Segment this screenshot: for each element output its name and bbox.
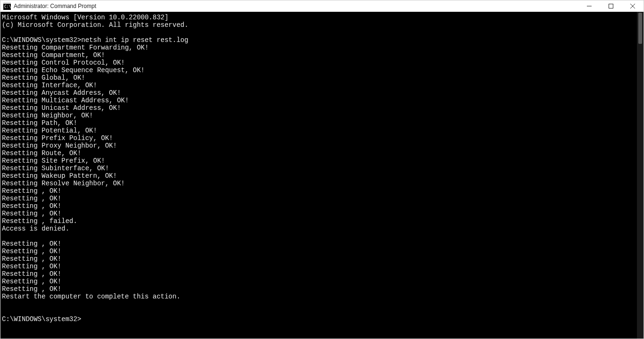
terminal-output-line: Resetting Prefix Policy, OK! [2,134,637,142]
terminal-output-line: Resetting Subinterface, OK! [2,165,637,172]
svg-text:C:\: C:\ [4,5,11,9]
terminal-header-line: (c) Microsoft Corporation. All rights re… [2,21,637,29]
scrollbar-thumb[interactable] [638,13,642,44]
terminal-command: netsh int ip reset rest.log [81,36,188,44]
terminal-command-line: C:\WINDOWS\system32>netsh int ip reset r… [2,36,637,44]
terminal-output-line: Resetting Interface, OK! [2,82,637,89]
terminal-output-line: Resetting Site Prefix, OK! [2,157,637,165]
terminal-output-line: Resetting , OK! [2,255,637,263]
terminal-output-line: Resetting Compartment, OK! [2,51,637,59]
window-title: Administrator: Command Prompt [14,3,96,9]
terminal-output-line: Resetting Multicast Address, OK! [2,97,637,104]
terminal-output-line: Resetting Resolve Neighbor, OK! [2,180,637,187]
terminal-prompt-line[interactable]: C:\WINDOWS\system32> [2,315,637,323]
terminal-output-line: Resetting Echo Sequence Request, OK! [2,66,637,74]
terminal-output-line: Resetting , OK! [2,270,637,278]
terminal-output-line [2,308,637,315]
terminal-output-line: Resetting , OK! [2,202,637,210]
window-titlebar: C:\ Administrator: Command Prompt [0,0,644,12]
terminal-output-line: Resetting , failed. [2,217,637,225]
terminal-output-line [2,232,637,240]
terminal-output-line: Resetting , OK! [2,248,637,255]
terminal-output-line [2,300,637,308]
terminal-output-line: Resetting Compartment Forwarding, OK! [2,44,637,51]
terminal-output-line: Resetting , OK! [2,210,637,217]
terminal-output-line: Resetting Global, OK! [2,74,637,82]
terminal-output-line: Resetting Control Protocol, OK! [2,59,637,66]
scrollbar-track[interactable] [637,12,644,339]
terminal-header-line: Microsoft Windows [Version 10.0.22000.83… [2,14,637,21]
svg-rect-1 [3,2,11,4]
terminal-prompt: C:\WINDOWS\system32> [2,36,81,44]
terminal-output-line: Resetting Wakeup Pattern, OK! [2,172,637,180]
terminal-output-line: Resetting Neighbor, OK! [2,112,637,119]
terminal-output-line: Resetting Unicast Address, OK! [2,104,637,112]
terminal-output-line: Resetting Route, OK! [2,149,637,157]
terminal-header-line [2,29,637,36]
terminal-output-line: Resetting Potential, OK! [2,127,637,134]
terminal-output-line: Access is denied. [2,225,637,232]
terminal-output-line: Resetting , OK! [2,285,637,293]
maximize-button[interactable] [600,0,622,12]
terminal-output-line: Resetting Anycast Address, OK! [2,89,637,97]
terminal-output-line: Resetting , OK! [2,187,637,195]
terminal-output[interactable]: Microsoft Windows [Version 10.0.22000.83… [0,12,637,339]
terminal-output-line: Resetting Proxy Neighbor, OK! [2,142,637,149]
cmd-icon: C:\ [3,2,11,10]
terminal-output-line: Resetting , OK! [2,278,637,285]
terminal-output-line: Resetting , OK! [2,263,637,270]
terminal-output-line: Resetting , OK! [2,240,637,248]
terminal-output-line: Restart the computer to complete this ac… [2,293,637,300]
terminal-container: Microsoft Windows [Version 10.0.22000.83… [0,12,644,339]
terminal-output-line: Resetting , OK! [2,195,637,202]
close-button[interactable] [622,0,644,12]
svg-rect-3 [609,4,613,8]
minimize-button[interactable] [578,0,600,12]
terminal-output-line: Resetting Path, OK! [2,119,637,127]
